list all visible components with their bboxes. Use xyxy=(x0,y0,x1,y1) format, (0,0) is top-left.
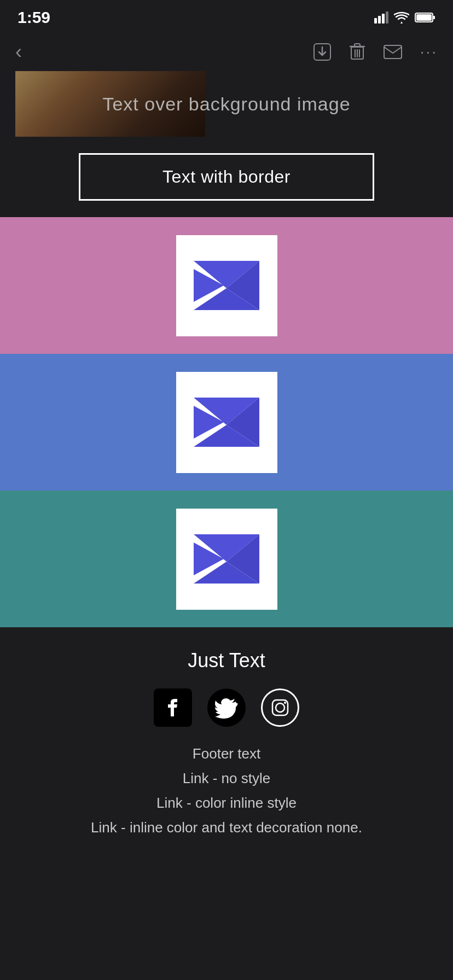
status-bar: 1:59 xyxy=(0,0,453,33)
content: Text with border xyxy=(0,153,453,201)
more-button[interactable]: ··· xyxy=(420,43,438,61)
top-image-text: Text over background image xyxy=(102,94,350,115)
email-logo-svg-blue xyxy=(191,395,262,450)
social-icons-row xyxy=(0,689,453,727)
just-text-label: Just Text xyxy=(188,649,265,672)
svg-rect-3 xyxy=(386,11,388,24)
nav-bar: ‹ ··· xyxy=(0,33,453,71)
status-time: 1:59 xyxy=(18,8,50,27)
image-block-blue xyxy=(0,354,453,491)
svg-point-31 xyxy=(276,703,284,712)
footer-link-2[interactable]: Link - color inline style xyxy=(0,792,453,814)
battery-icon xyxy=(415,12,435,23)
image-blocks-container xyxy=(0,217,453,627)
top-image-section: Text over background image xyxy=(15,71,438,137)
svg-rect-5 xyxy=(433,16,435,19)
back-button[interactable]: ‹ xyxy=(15,40,39,63)
email-logo-blue xyxy=(176,372,277,473)
signal-icon xyxy=(374,11,388,24)
wifi-icon xyxy=(394,11,409,24)
svg-point-32 xyxy=(284,702,286,704)
status-icons xyxy=(374,11,435,24)
svg-rect-2 xyxy=(382,14,385,24)
email-logo-pink xyxy=(176,235,277,336)
email-logo-svg-pink xyxy=(191,258,262,313)
facebook-icon[interactable] xyxy=(154,689,192,727)
text-with-border-section: Text with border xyxy=(15,153,438,201)
instagram-icon[interactable] xyxy=(261,689,299,727)
svg-rect-12 xyxy=(384,45,402,59)
email-logo-svg-teal xyxy=(191,532,262,586)
svg-rect-0 xyxy=(374,18,377,24)
nav-actions: ··· xyxy=(313,43,438,61)
just-text-section: Just Text xyxy=(0,649,453,672)
text-with-border-box: Text with border xyxy=(79,153,374,201)
svg-rect-6 xyxy=(416,14,432,21)
delete-icon[interactable] xyxy=(349,43,365,61)
email-logo-teal xyxy=(176,509,277,610)
image-block-teal xyxy=(0,491,453,627)
footer-text: Footer text xyxy=(0,743,453,765)
text-with-border-label: Text with border xyxy=(162,167,291,186)
mail-icon[interactable] xyxy=(383,44,403,60)
footer-link-1[interactable]: Link - no style xyxy=(0,768,453,789)
twitter-icon[interactable] xyxy=(207,689,246,727)
svg-rect-1 xyxy=(378,16,381,24)
image-block-pink xyxy=(0,217,453,354)
footer-link-3[interactable]: Link - inline color and text decoration … xyxy=(0,817,453,838)
download-icon[interactable] xyxy=(313,43,332,61)
footer-links: Footer text Link - no style Link - color… xyxy=(0,743,453,838)
